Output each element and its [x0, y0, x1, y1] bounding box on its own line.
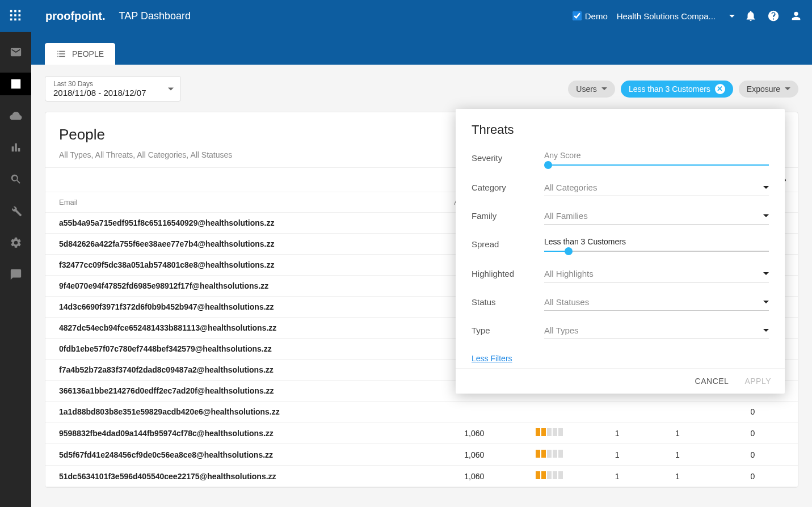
svg-rect-6 [10, 19, 12, 21]
sidebar-item-search[interactable] [0, 168, 31, 191]
cell-score [512, 402, 587, 422]
company-selector[interactable]: Health Solutions Compa... [617, 11, 735, 21]
brand-logo: proofpoint. [45, 10, 106, 23]
status-select[interactable]: All Statuses [544, 295, 769, 311]
family-label: Family [472, 209, 544, 221]
notification-bell-icon[interactable] [744, 9, 758, 23]
user-account-icon[interactable] [789, 9, 803, 23]
cell-clicks: 0 [708, 402, 798, 422]
threats-filter-popup: Threats Severity Any Score Category All … [456, 109, 785, 394]
table-row[interactable]: 1a1d88bd803b8e351e59829acdb420e6@healths… [45, 402, 798, 422]
category-select[interactable]: All Categories [544, 180, 769, 196]
cell-email: 9598832fbe4dad09a144fb95974cf78c@healths… [45, 422, 437, 444]
tab-people[interactable]: PEOPLE [45, 43, 115, 65]
cancel-button[interactable]: CANCEL [695, 377, 729, 386]
svg-rect-7 [14, 19, 16, 21]
sidebar-item-people[interactable] [0, 73, 31, 95]
list-icon [56, 49, 66, 59]
cell-score [512, 466, 587, 487]
chip-users[interactable]: Users [568, 81, 615, 98]
date-range-value: 2018/11/08 - 2018/12/07 [53, 88, 173, 98]
sidebar-item-mail[interactable] [0, 41, 31, 64]
cell-msgs: 1 [587, 444, 647, 466]
chip-active-filter[interactable]: Less than 3 Customers ✕ [621, 81, 733, 98]
chip-exposure-label: Exposure [747, 84, 780, 94]
app-header: proofpoint. TAP Dashboard Demo Health So… [0, 0, 812, 32]
chevron-down-icon [763, 301, 769, 303]
highlighted-value: All Highlights [544, 269, 594, 278]
type-value: All Types [544, 326, 579, 335]
chevron-down-icon [763, 186, 769, 189]
spread-value: Less than 3 Customers [544, 237, 769, 246]
demo-label: Demo [585, 11, 608, 21]
chip-filter-label: Less than 3 Customers [629, 84, 710, 94]
cell-attack: 1,060 [437, 422, 512, 444]
cell-email: f32477cc09f5dc38a051ab574801c8e8@healths… [45, 255, 437, 276]
demo-checkbox[interactable]: Demo [573, 11, 608, 21]
chip-exposure[interactable]: Exposure [739, 81, 798, 98]
cell-email: 366136a1bbe214276d0edff2ec7ad20f@healths… [45, 381, 437, 402]
svg-rect-4 [14, 14, 16, 16]
highlighted-select[interactable]: All Highlights [544, 267, 769, 282]
help-icon[interactable] [767, 9, 780, 23]
severity-label: Severity [472, 151, 544, 163]
toolbar: Last 30 Days 2018/11/08 - 2018/12/07 Use… [45, 76, 798, 102]
sidebar-item-cloud[interactable] [0, 104, 31, 127]
family-select[interactable]: All Families [544, 209, 769, 225]
col-email[interactable]: Email [45, 192, 437, 213]
chip-users-label: Users [576, 84, 597, 94]
sidebar-item-tools[interactable] [0, 200, 31, 222]
category-label: Category [472, 180, 544, 192]
table-row[interactable]: 51dc5634101f3e596d405540cee22175@healths… [45, 466, 798, 487]
table-row[interactable]: 5d5f67fd41e248456cf9de0c56ea8ce8@healths… [45, 444, 798, 466]
spread-slider[interactable] [544, 251, 769, 252]
apps-grid-icon[interactable] [9, 9, 23, 23]
cell-email: 51dc5634101f3e596d405540cee22175@healths… [45, 466, 437, 487]
cell-msgs: 1 [587, 422, 647, 444]
date-range-selector[interactable]: Last 30 Days 2018/11/08 - 2018/12/07 [45, 76, 181, 102]
cell-clicks: 0 [708, 466, 798, 487]
cell-clicks: 0 [708, 422, 798, 444]
cell-email: f7a4b52b72a83f3740f2dad8c09487a2@healths… [45, 360, 437, 381]
cell-threats [647, 402, 708, 422]
svg-rect-2 [19, 10, 21, 12]
cell-attack: 1,060 [437, 466, 512, 487]
score-bar [536, 450, 563, 458]
sidebar-item-chat[interactable] [0, 263, 31, 286]
cell-score [512, 444, 587, 466]
category-value: All Categories [544, 183, 597, 192]
score-bar [536, 471, 563, 479]
svg-rect-0 [10, 10, 12, 12]
less-filters-link[interactable]: Less Filters [472, 354, 512, 363]
popup-title: Threats [472, 122, 769, 137]
cell-threats: 1 [647, 422, 708, 444]
cell-email: 4827dc54ecb94fce652481433b881113@healths… [45, 318, 437, 339]
cell-email: 5d5f67fd41e248456cf9de0c56ea8ce8@healths… [45, 444, 437, 466]
svg-rect-8 [19, 19, 21, 21]
demo-checkbox-input[interactable] [573, 11, 582, 20]
cell-attack: 1,060 [437, 444, 512, 466]
cell-msgs [587, 402, 647, 422]
sidebar-item-settings[interactable] [0, 231, 31, 254]
severity-slider[interactable] [544, 164, 769, 166]
cell-email: 0fdb1ebe57f07c780ef7448bef342579@healths… [45, 339, 437, 360]
apply-button[interactable]: APPLY [744, 377, 771, 386]
family-value: All Families [544, 211, 588, 221]
svg-rect-5 [19, 14, 21, 16]
chevron-down-icon [763, 272, 769, 275]
cell-email: 14d3c6690f3971f372d6f0b9b452b947@healths… [45, 297, 437, 318]
svg-rect-3 [10, 14, 12, 16]
sidebar-item-stats[interactable] [0, 136, 31, 159]
chevron-down-icon [763, 214, 769, 217]
type-select[interactable]: All Types [544, 323, 769, 339]
close-icon[interactable]: ✕ [715, 84, 725, 94]
cell-msgs: 1 [587, 466, 647, 487]
svg-rect-1 [14, 10, 16, 12]
date-range-label: Last 30 Days [53, 80, 173, 88]
tab-label: PEOPLE [72, 49, 104, 58]
cell-score [512, 422, 587, 444]
status-label: Status [472, 295, 544, 307]
table-row[interactable]: 9598832fbe4dad09a144fb95974cf78c@healths… [45, 422, 798, 444]
type-label: Type [472, 323, 544, 335]
chevron-down-icon [168, 87, 174, 90]
